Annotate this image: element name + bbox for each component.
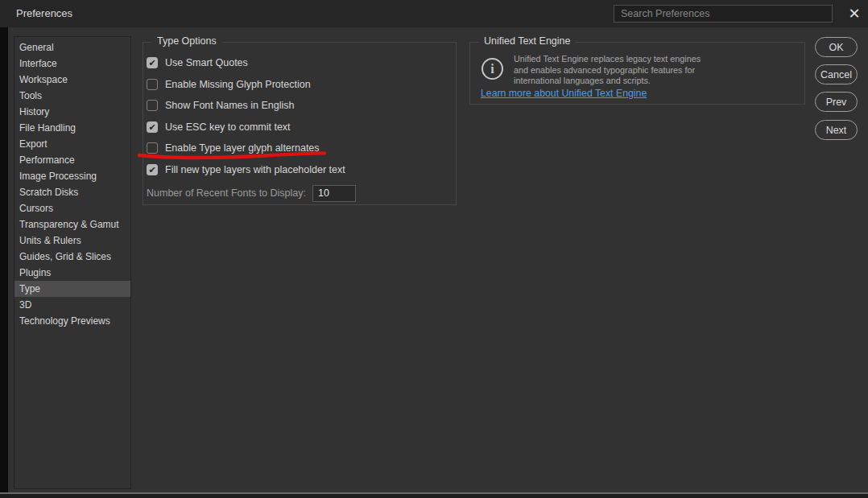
unified-text-engine-group: Unified Text Engine i Unified Text Engin…	[469, 42, 805, 105]
sidebar-item-interface[interactable]: Interface	[14, 56, 130, 72]
checkbox-label: Show Font Names in English	[165, 100, 295, 111]
sidebar-item-file-handling[interactable]: File Handling	[14, 120, 130, 136]
checkbox-checked-icon[interactable]: ✔	[147, 57, 158, 68]
checkbox-row[interactable]: Enable Missing Glyph Protection	[147, 74, 345, 96]
unified-text-engine-legend: Unified Text Engine	[478, 35, 576, 47]
sidebar-item-plugins[interactable]: Plugins	[14, 265, 130, 281]
checkbox-row[interactable]: Show Font Names in English	[147, 95, 345, 117]
checkbox-checked-icon[interactable]: ✔	[147, 164, 158, 175]
sidebar-item-export[interactable]: Export	[14, 136, 130, 152]
recent-fonts-input[interactable]	[312, 185, 356, 202]
sidebar-item-performance[interactable]: Performance	[14, 152, 130, 168]
ok-button[interactable]: OK	[815, 37, 858, 57]
cancel-button[interactable]: Cancel	[815, 64, 858, 84]
titlebar: Preferences ✕	[0, 0, 868, 27]
dialog-title: Preferences	[16, 0, 72, 27]
sidebar-item-workspace[interactable]: Workspace	[14, 72, 130, 88]
type-options-group: Type Options ✔Use Smart QuotesEnable Mis…	[143, 42, 457, 205]
search-input[interactable]	[614, 5, 833, 23]
window-bottom-edge	[0, 494, 868, 498]
checkbox-label: Enable Missing Glyph Protection	[165, 79, 311, 90]
checkbox-row[interactable]: Enable Type layer glyph alternates	[147, 138, 345, 159]
sidebar-item-technology-previews[interactable]: Technology Previews	[14, 313, 130, 329]
next-button[interactable]: Next	[815, 120, 858, 140]
checkbox-label: Fill new type layers with placeholder te…	[165, 164, 345, 175]
sidebar: GeneralInterfaceWorkspaceToolsHistoryFil…	[14, 36, 131, 489]
checkbox-label: Use Smart Quotes	[165, 57, 248, 68]
learn-more-link[interactable]: Learn more about Unified Text Engine	[481, 88, 647, 99]
sidebar-item-history[interactable]: History	[14, 104, 130, 120]
sidebar-item-general[interactable]: General	[14, 39, 130, 56]
sidebar-item-scratch-disks[interactable]: Scratch Disks	[14, 184, 130, 200]
checkbox-row[interactable]: ✔Use Smart Quotes	[147, 52, 345, 74]
sidebar-item-guides-grid-slices[interactable]: Guides, Grid & Slices	[14, 249, 130, 265]
checkbox-unchecked-icon[interactable]	[147, 100, 158, 111]
checkbox-checked-icon[interactable]: ✔	[147, 121, 158, 133]
checkbox-unchecked-icon[interactable]	[147, 79, 158, 90]
sidebar-item-cursors[interactable]: Cursors	[14, 200, 130, 216]
checkbox-unchecked-icon[interactable]	[147, 142, 158, 154]
sidebar-item-units-rulers[interactable]: Units & Rulers	[14, 233, 130, 249]
prev-button[interactable]: Prev	[815, 92, 858, 112]
sidebar-item-image-processing[interactable]: Image Processing	[14, 168, 130, 184]
sidebar-item-3d[interactable]: 3D	[14, 297, 130, 313]
recent-fonts-row: Number of Recent Fonts to Display:	[147, 184, 356, 202]
type-options-checkbox-list: ✔Use Smart QuotesEnable Missing Glyph Pr…	[147, 52, 345, 180]
preferences-dialog: GeneralInterfaceWorkspaceToolsHistoryFil…	[8, 27, 868, 492]
type-options-legend: Type Options	[151, 35, 222, 47]
recent-fonts-label: Number of Recent Fonts to Display:	[147, 187, 306, 199]
window-left-edge	[0, 27, 8, 492]
sidebar-item-type[interactable]: Type	[14, 281, 130, 297]
checkbox-row[interactable]: ✔Use ESC key to commit text	[147, 117, 345, 138]
sidebar-item-tools[interactable]: Tools	[14, 88, 130, 104]
close-icon[interactable]: ✕	[841, 0, 868, 27]
checkbox-row[interactable]: ✔Fill new type layers with placeholder t…	[147, 159, 345, 181]
checkbox-label: Use ESC key to commit text	[165, 121, 291, 133]
checkbox-label: Enable Type layer glyph alternates	[165, 142, 320, 154]
info-icon: i	[482, 58, 503, 80]
sidebar-item-transparency-gamut[interactable]: Transparency & Gamut	[14, 216, 130, 233]
unified-text-engine-description: Unified Text Engine replaces legacy text…	[514, 54, 715, 87]
